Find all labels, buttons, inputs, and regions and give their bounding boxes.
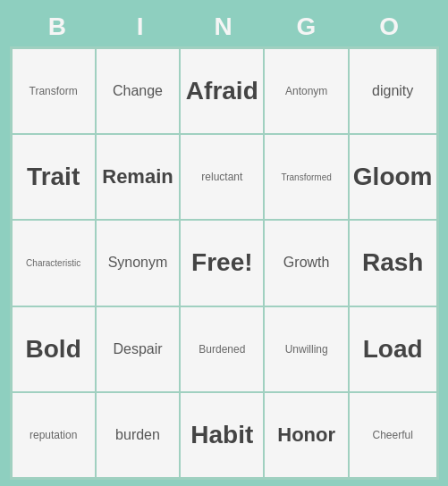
bingo-cell: Change [96,48,180,134]
bingo-cell: Growth [264,220,348,306]
bingo-cell: Load [349,306,437,392]
bingo-cell: Gloom [349,134,437,220]
header-letter: G [266,13,349,41]
header-letter: B [17,13,100,41]
bingo-cell: Bold [12,306,96,392]
bingo-grid: TransformChangeAfraidAntonymdignityTrait… [10,46,439,480]
bingo-cell: Afraid [180,48,264,134]
bingo-cell: Unwilling [264,306,348,392]
bingo-cell: Honor [264,392,348,478]
bingo-cell: Transformed [264,134,348,220]
header-letter: O [349,13,432,41]
bingo-cell: Despair [96,306,180,392]
bingo-cell: Cheerful [349,392,437,478]
header-letter: N [182,13,266,41]
bingo-cell: Free! [180,220,264,306]
bingo-cell: Rash [349,220,437,306]
bingo-cell: Remain [96,134,180,220]
bingo-cell: Trait [12,134,96,220]
bingo-cell: Burdened [180,306,264,392]
bingo-cell: burden [96,392,180,478]
header-letter: I [99,13,182,41]
bingo-cell: reluctant [180,134,264,220]
bingo-header: BINGO [10,6,439,46]
bingo-cell: Characteristic [12,220,96,306]
bingo-cell: Synonym [96,220,180,306]
bingo-cell: dignity [349,48,437,134]
bingo-cell: Antonym [264,48,348,134]
bingo-cell: Habit [180,392,264,478]
bingo-cell: Transform [12,48,96,134]
bingo-cell: reputation [12,392,96,478]
bingo-card: BINGO TransformChangeAfraidAntonymdignit… [10,6,439,480]
